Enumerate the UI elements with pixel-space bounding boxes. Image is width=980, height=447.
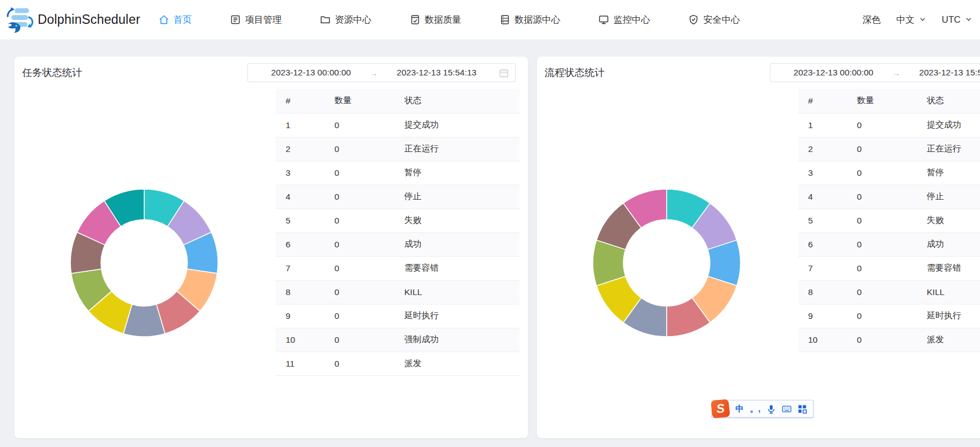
table-row: 20正在运行 bbox=[798, 137, 980, 161]
date-end-value[interactable]: 2023-12-13 15:54:13 bbox=[903, 68, 980, 78]
ime-toolbox-button[interactable] bbox=[798, 404, 807, 414]
brand-name: DolphinScheduler bbox=[38, 12, 140, 27]
ime-punctuation-button[interactable]: 。, bbox=[750, 400, 760, 417]
nav-item-label: 数据质量 bbox=[425, 14, 461, 26]
table-cell: 0 bbox=[324, 328, 394, 352]
nav-item-label: 项目管理 bbox=[245, 14, 282, 26]
nav-item-label: 数据源中心 bbox=[515, 14, 561, 26]
col-header-state: 状态 bbox=[394, 89, 520, 113]
table-row: 50失败 bbox=[798, 209, 980, 232]
brand[interactable]: DolphinScheduler bbox=[6, 6, 140, 34]
table-cell: 10 bbox=[798, 328, 847, 352]
date-start-value[interactable]: 2023-12-13 00:00:00 bbox=[777, 68, 890, 78]
table-row: 40停止 bbox=[798, 185, 980, 209]
nav-item-label: 监控中心 bbox=[613, 14, 650, 26]
monitor-icon bbox=[598, 14, 610, 26]
ime-toolbar: S 中 。, bbox=[712, 400, 814, 418]
datasource-icon bbox=[499, 14, 511, 26]
table-cell: KILL bbox=[394, 280, 520, 304]
table-cell: 0 bbox=[324, 304, 394, 328]
table-cell: 11 bbox=[276, 352, 324, 375]
col-header-count: 数量 bbox=[324, 89, 394, 113]
table-cell: 暂停 bbox=[917, 161, 980, 185]
table-cell: 9 bbox=[798, 304, 847, 328]
table-cell: 0 bbox=[324, 280, 394, 304]
table-cell: 停止 bbox=[394, 185, 520, 209]
table-cell: 0 bbox=[324, 256, 394, 280]
table-row: 90延时执行 bbox=[798, 304, 980, 328]
table-cell: 需要容错 bbox=[394, 256, 520, 280]
table-cell: 0 bbox=[324, 185, 394, 209]
table-cell: 4 bbox=[276, 185, 324, 209]
table-cell: 0 bbox=[847, 256, 917, 280]
table-cell: 3 bbox=[798, 161, 847, 185]
table-cell: 7 bbox=[276, 256, 324, 280]
nav-item-projects[interactable]: 项目管理 bbox=[230, 14, 282, 26]
col-header-state: 状态 bbox=[917, 89, 980, 113]
table-cell: 0 bbox=[324, 137, 394, 161]
table-cell: 3 bbox=[276, 161, 324, 185]
nav-item-datasource[interactable]: 数据源中心 bbox=[499, 14, 561, 26]
chevron-down-icon bbox=[919, 14, 926, 25]
timezone-label: UTC bbox=[942, 14, 961, 25]
nav-item-data-quality[interactable]: 数据质量 bbox=[409, 14, 461, 26]
sogou-logo-icon[interactable]: S bbox=[710, 399, 730, 418]
table-row: 30暂停 bbox=[798, 161, 980, 185]
data-quality-icon bbox=[409, 14, 421, 26]
nav-item-resources[interactable]: 资源中心 bbox=[319, 14, 372, 26]
table-cell: 派发 bbox=[394, 352, 520, 375]
table-cell: 正在运行 bbox=[917, 137, 980, 161]
task-date-range-picker[interactable]: 2023-12-13 00:00:00 → 2023-12-13 15:54:1… bbox=[247, 63, 516, 82]
table-cell: 0 bbox=[324, 232, 394, 256]
date-start-value[interactable]: 2023-12-13 00:00:00 bbox=[255, 68, 368, 78]
language-select[interactable]: 中文 bbox=[896, 14, 926, 26]
process-state-card: 流程状态统计 2023-12-13 00:00:00 → 2023-12-13 … bbox=[537, 57, 980, 438]
date-end-value[interactable]: 2023-12-13 15:54:13 bbox=[380, 68, 494, 78]
table-cell: 8 bbox=[276, 280, 324, 304]
table-cell: 0 bbox=[847, 280, 917, 304]
home-icon bbox=[158, 14, 170, 26]
theme-toggle-label: 深色 bbox=[862, 14, 881, 26]
keyboard-icon bbox=[782, 404, 791, 414]
top-nav: DolphinScheduler 首页 项目管理 资源中心 bbox=[0, 0, 980, 40]
table-header-row: # 数量 状态 bbox=[276, 89, 520, 113]
arrow-right-icon: → bbox=[368, 68, 380, 78]
nav-item-security[interactable]: 安全中心 bbox=[688, 14, 740, 26]
nav-right-controls: 深色 中文 UTC bbox=[862, 14, 972, 26]
task-state-table: # 数量 状态 10提交成功20正在运行30暂停40停止50失败60成功70需要… bbox=[276, 89, 520, 376]
nav-item-home[interactable]: 首页 bbox=[158, 14, 192, 26]
table-cell: 0 bbox=[847, 161, 917, 185]
table-row: 100派发 bbox=[798, 328, 980, 352]
col-header-index: # bbox=[276, 89, 324, 113]
dashboard-content: 任务状态统计 2023-12-13 00:00:00 → 2023-12-13 … bbox=[0, 40, 980, 438]
process-date-range-picker[interactable]: 2023-12-13 00:00:00 → 2023-12-13 15:54:1… bbox=[770, 63, 980, 82]
table-cell: 7 bbox=[798, 256, 847, 280]
table-cell: 0 bbox=[847, 113, 917, 137]
ime-language-mode-button[interactable]: 中 bbox=[735, 400, 744, 417]
ime-mic-button[interactable] bbox=[766, 404, 776, 414]
nav-item-label: 安全中心 bbox=[703, 14, 740, 26]
table-row: 30暂停 bbox=[276, 161, 520, 185]
table-cell: 0 bbox=[847, 137, 917, 161]
table-cell: 5 bbox=[798, 209, 847, 232]
timezone-select[interactable]: UTC bbox=[942, 14, 972, 25]
ime-keyboard-button[interactable] bbox=[782, 404, 791, 414]
security-icon bbox=[688, 14, 699, 26]
table-cell: 成功 bbox=[394, 232, 520, 256]
nav-item-monitor[interactable]: 监控中心 bbox=[598, 14, 650, 26]
table-cell: 4 bbox=[798, 185, 847, 209]
table-row: 10提交成功 bbox=[276, 113, 520, 137]
table-cell: 需要容错 bbox=[917, 256, 980, 280]
table-row: 20正在运行 bbox=[276, 137, 520, 161]
arrow-right-icon: → bbox=[890, 68, 903, 78]
table-cell: 正在运行 bbox=[394, 137, 520, 161]
project-icon bbox=[230, 14, 241, 26]
theme-toggle-button[interactable]: 深色 bbox=[862, 14, 881, 26]
table-row: 60成功 bbox=[798, 232, 980, 256]
nav-item-label: 首页 bbox=[174, 14, 192, 26]
table-cell: 提交成功 bbox=[917, 113, 980, 137]
table-cell: 派发 bbox=[917, 328, 980, 352]
table-row: 90延时执行 bbox=[276, 304, 520, 328]
table-cell: 0 bbox=[324, 209, 394, 232]
table-cell: 8 bbox=[798, 280, 847, 304]
